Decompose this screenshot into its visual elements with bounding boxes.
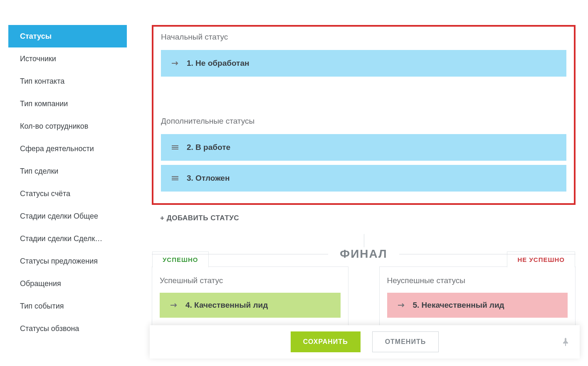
sidebar-item-label: Обращения [20, 279, 61, 288]
sidebar: Статусы Источники Тип контакта Тип компа… [0, 0, 127, 366]
sidebar-item-contact-type[interactable]: Тип контакта [8, 70, 127, 92]
status-row-initial[interactable]: 1. Не обработан [161, 50, 566, 77]
initial-status-heading: Начальный статус [153, 27, 574, 50]
fail-status-heading: Неуспешные статусы [387, 276, 568, 285]
footer-action-bar: СОХРАНИТЬ ОТМЕНИТЬ [150, 325, 580, 359]
sidebar-item-statuses[interactable]: Статусы [8, 25, 127, 47]
arrow-right-icon [170, 61, 180, 66]
sidebar-item-label: Статусы [20, 32, 52, 41]
cancel-button[interactable]: ОТМЕНИТЬ [372, 331, 439, 352]
highlight-annotation: Начальный статус 1. Не обработан Дополни… [152, 25, 576, 205]
status-label: 1. Не обработан [187, 59, 249, 68]
sidebar-item-deal-stages-deal[interactable]: Стадии сделки Сделк… [8, 227, 127, 250]
sidebar-item-proposal-statuses[interactable]: Статусы предложения [8, 250, 127, 272]
status-label: 3. Отложен [187, 174, 230, 183]
sidebar-item-label: Тип сделки [20, 167, 58, 176]
sidebar-item-label: Тип контакта [20, 77, 64, 86]
success-status-heading: Успешный статус [160, 276, 341, 285]
add-status-button[interactable]: + ДОБАВИТЬ СТАТУС [152, 205, 576, 232]
status-row-fail[interactable]: 5. Некачественный лид [387, 293, 568, 318]
add-status-label: + ДОБАВИТЬ СТАТУС [160, 214, 239, 222]
status-label: 2. В работе [187, 143, 230, 152]
sidebar-item-label: Статусы обзвона [20, 324, 79, 333]
sidebar-item-label: Тип компании [20, 100, 68, 108]
arrow-right-icon [396, 303, 406, 308]
final-fail-column: НЕ УСПЕШНО Неуспешные статусы 5. Некачес… [379, 266, 576, 326]
sidebar-item-label: Статусы счёта [20, 189, 70, 198]
sidebar-item-call-statuses[interactable]: Статусы обзвона [8, 317, 127, 340]
sidebar-item-label: Тип события [20, 302, 64, 311]
status-label: 4. Качественный лид [185, 301, 268, 310]
drag-handle-icon[interactable] [170, 145, 180, 150]
sidebar-item-deal-stages-general[interactable]: Стадии сделки Общее [8, 205, 127, 227]
sidebar-item-label: Статусы предложения [20, 257, 98, 266]
sidebar-item-deal-type[interactable]: Тип сделки [8, 160, 127, 182]
drag-handle-icon[interactable] [170, 176, 180, 181]
sidebar-item-employee-count[interactable]: Кол-во сотрудников [8, 115, 127, 137]
sidebar-item-label: Сфера деятельности [20, 144, 94, 153]
sidebar-item-label: Источники [20, 55, 56, 63]
sidebar-item-label: Кол-во сотрудников [20, 122, 88, 131]
final-section: ФИНАЛ УСПЕШНО Успешный статус [152, 247, 576, 326]
status-row-additional-1[interactable]: 2. В работе [161, 134, 566, 161]
status-row-additional-2[interactable]: 3. Отложен [161, 165, 566, 192]
sidebar-item-label: Стадии сделки Сделк… [20, 234, 102, 243]
sidebar-item-event-type[interactable]: Тип события [8, 295, 127, 317]
sidebar-item-sphere[interactable]: Сфера деятельности [8, 137, 127, 160]
save-button[interactable]: СОХРАНИТЬ [291, 331, 361, 352]
sidebar-item-company-type[interactable]: Тип компании [8, 92, 127, 115]
sidebar-item-invoice-statuses[interactable]: Статусы счёта [8, 182, 127, 205]
pin-icon[interactable] [562, 338, 569, 346]
final-success-column: УСПЕШНО Успешный статус 4. Качественный … [152, 266, 348, 326]
final-heading: ФИНАЛ [328, 247, 399, 261]
arrow-right-icon [169, 303, 179, 308]
main-content: Начальный статус 1. Не обработан Дополни… [127, 0, 588, 366]
sidebar-item-label: Стадии сделки Общее [20, 212, 98, 221]
sidebar-item-sources[interactable]: Источники [8, 47, 127, 70]
sidebar-item-requests[interactable]: Обращения [8, 272, 127, 295]
status-label: 5. Некачественный лид [413, 301, 504, 310]
status-row-success[interactable]: 4. Качественный лид [160, 293, 341, 318]
additional-status-heading: Дополнительные статусы [153, 111, 574, 134]
